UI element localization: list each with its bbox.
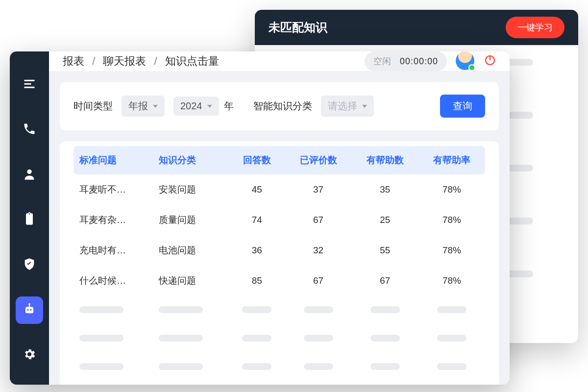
nav-robot[interactable] bbox=[16, 296, 43, 324]
report-window: 报表 / 聊天报表 / 知识点击量 空闲 00:00:00 时间类型 年报 bbox=[10, 51, 510, 385]
year-suffix: 年 bbox=[224, 99, 234, 113]
table-row[interactable]: 耳麦有杂…质量问题74672578% bbox=[74, 205, 485, 235]
unmatched-title: 未匹配知识 bbox=[269, 20, 506, 35]
col-category: 知识分类 bbox=[153, 146, 229, 174]
breadcrumb-sep: / bbox=[92, 55, 95, 67]
svg-rect-5 bbox=[28, 220, 31, 220]
svg-point-8 bbox=[30, 309, 31, 311]
table-header-row: 标准问题 知识分类 回答数 已评价数 有帮助数 有帮助率 bbox=[74, 146, 485, 174]
cell-category: 质量问题 bbox=[153, 205, 229, 235]
topbar: 报表 / 聊天报表 / 知识点击量 空闲 00:00:00 bbox=[49, 51, 510, 71]
report-table-card: 标准问题 知识分类 回答数 已评价数 有帮助数 有帮助率 耳麦听不…安装问题45… bbox=[60, 141, 499, 385]
breadcrumb-part[interactable]: 报表 bbox=[63, 55, 84, 67]
nav-menu[interactable] bbox=[16, 71, 43, 98]
robot-icon bbox=[23, 302, 36, 318]
svg-point-7 bbox=[27, 309, 29, 311]
cell-rated: 37 bbox=[285, 174, 352, 205]
shield-icon bbox=[23, 257, 36, 273]
col-help-rate: 有帮助率 bbox=[418, 146, 485, 174]
cell-answers: 85 bbox=[229, 266, 285, 296]
user-icon bbox=[23, 167, 36, 183]
nav-settings[interactable] bbox=[16, 342, 43, 369]
cell-helpful: 25 bbox=[352, 205, 418, 235]
cell-help-rate: 78% bbox=[418, 235, 485, 266]
col-rated: 已评价数 bbox=[285, 146, 352, 174]
category-label: 智能知识分类 bbox=[253, 99, 312, 113]
power-icon bbox=[484, 59, 496, 68]
unmatched-header: 未匹配知识 一键学习 bbox=[255, 10, 578, 45]
cell-helpful: 67 bbox=[352, 266, 418, 296]
cell-answers: 36 bbox=[229, 235, 285, 266]
cell-answers: 74 bbox=[229, 205, 285, 235]
cell-help-rate: 78% bbox=[418, 174, 485, 205]
category-select[interactable]: 请选择 bbox=[321, 96, 374, 117]
table-row[interactable]: 充电时有…电池问题36325578% bbox=[74, 235, 485, 266]
year-value: 2024 bbox=[180, 100, 202, 112]
gear-icon bbox=[23, 347, 36, 363]
logout-button[interactable] bbox=[484, 54, 496, 68]
cell-help-rate: 78% bbox=[418, 266, 485, 296]
svg-point-3 bbox=[27, 170, 31, 174]
cell-answers: 45 bbox=[229, 174, 285, 205]
session-timer: 00:00:00 bbox=[400, 56, 438, 67]
cell-question: 什么时候… bbox=[74, 266, 153, 296]
col-question: 标准问题 bbox=[74, 146, 153, 174]
chevron-down-icon bbox=[207, 105, 212, 108]
cell-category: 电池问题 bbox=[153, 235, 229, 266]
cell-question: 耳麦有杂… bbox=[74, 205, 153, 235]
svg-rect-6 bbox=[25, 307, 33, 313]
breadcrumb-current: 知识点击量 bbox=[165, 55, 219, 67]
svg-rect-0 bbox=[24, 80, 35, 81]
report-table: 标准问题 知识分类 回答数 已评价数 有帮助数 有帮助率 耳麦听不…安装问题45… bbox=[74, 146, 485, 381]
main-area: 报表 / 聊天报表 / 知识点击量 空闲 00:00:00 时间类型 年报 bbox=[49, 51, 510, 385]
one-click-learn-button[interactable]: 一键学习 bbox=[506, 17, 564, 38]
cell-helpful: 35 bbox=[352, 174, 418, 205]
nav-clipboard[interactable] bbox=[16, 206, 43, 234]
table-row-placeholder bbox=[74, 353, 485, 381]
left-nav bbox=[10, 51, 49, 385]
cell-rated: 67 bbox=[285, 266, 352, 296]
cell-rated: 67 bbox=[285, 205, 352, 235]
time-type-label: 时间类型 bbox=[74, 99, 113, 113]
col-answers: 回答数 bbox=[229, 146, 285, 174]
year-select[interactable]: 2024 bbox=[173, 97, 219, 116]
breadcrumb-part[interactable]: 聊天报表 bbox=[103, 55, 146, 67]
query-button[interactable]: 查询 bbox=[440, 95, 485, 118]
status-pill: 空闲 00:00:00 bbox=[365, 51, 447, 71]
svg-point-10 bbox=[28, 303, 30, 305]
col-helpful: 有帮助数 bbox=[352, 146, 418, 174]
category-placeholder: 请选择 bbox=[328, 99, 357, 113]
clipboard-icon bbox=[23, 212, 36, 228]
menu-icon bbox=[23, 77, 36, 93]
nav-call[interactable] bbox=[16, 116, 43, 144]
filter-bar: 时间类型 年报 2024 年 智能知识分类 请选择 查询 bbox=[60, 82, 499, 130]
nav-user[interactable] bbox=[16, 161, 43, 189]
cell-help-rate: 78% bbox=[418, 205, 485, 235]
cell-category: 快递问题 bbox=[153, 266, 229, 296]
chevron-down-icon bbox=[153, 105, 158, 108]
cell-helpful: 55 bbox=[352, 235, 418, 266]
time-type-select[interactable]: 年报 bbox=[122, 96, 165, 117]
presence-online-icon bbox=[468, 64, 475, 71]
breadcrumb-sep: / bbox=[154, 55, 157, 67]
chevron-down-icon bbox=[362, 105, 367, 108]
table-row[interactable]: 耳麦听不…安装问题45373578% bbox=[74, 174, 485, 205]
phone-icon bbox=[23, 122, 36, 138]
table-row[interactable]: 什么时候…快递问题85676778% bbox=[74, 266, 485, 296]
cell-question: 耳麦听不… bbox=[74, 174, 153, 205]
nav-shield[interactable] bbox=[16, 251, 43, 279]
cell-rated: 32 bbox=[285, 235, 352, 266]
svg-rect-2 bbox=[24, 87, 35, 88]
cell-category: 安装问题 bbox=[153, 174, 229, 205]
table-row-placeholder bbox=[74, 296, 485, 324]
svg-rect-4 bbox=[28, 218, 31, 219]
cell-question: 充电时有… bbox=[74, 235, 153, 266]
table-row-placeholder bbox=[74, 324, 485, 353]
breadcrumb: 报表 / 聊天报表 / 知识点击量 bbox=[63, 54, 365, 69]
idle-label: 空闲 bbox=[373, 55, 391, 67]
time-type-value: 年报 bbox=[128, 99, 148, 113]
avatar[interactable] bbox=[456, 51, 475, 71]
svg-rect-1 bbox=[24, 83, 31, 85]
